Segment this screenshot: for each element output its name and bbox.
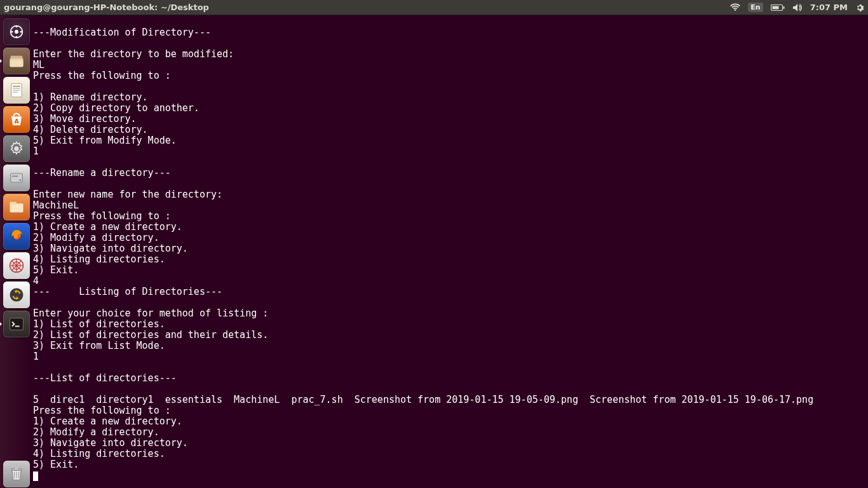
office-icon[interactable] xyxy=(2,76,31,104)
svg-point-4 xyxy=(15,30,18,34)
svg-rect-19 xyxy=(11,173,23,182)
unity-launcher: A xyxy=(0,15,33,488)
trash-icon[interactable] xyxy=(2,460,31,488)
svg-point-20 xyxy=(19,179,21,181)
clock[interactable]: 7:07 PM xyxy=(810,3,848,12)
session-gear-icon[interactable] xyxy=(855,3,864,12)
svg-point-8 xyxy=(15,36,17,38)
spider-icon[interactable] xyxy=(2,252,31,280)
svg-point-18 xyxy=(14,146,18,151)
svg-rect-29 xyxy=(15,326,20,327)
files-icon[interactable] xyxy=(2,47,31,75)
svg-rect-14 xyxy=(13,88,20,89)
svg-rect-21 xyxy=(12,176,18,177)
svg-rect-30 xyxy=(11,469,22,471)
keyboard-layout-indicator[interactable]: En xyxy=(748,3,763,12)
terminal-icon[interactable] xyxy=(2,310,31,338)
svg-text:A: A xyxy=(14,118,19,125)
volume-icon[interactable] xyxy=(792,3,803,12)
svg-rect-13 xyxy=(13,86,20,87)
svg-rect-16 xyxy=(13,92,18,92)
battery-icon[interactable] xyxy=(771,4,785,11)
svg-rect-9 xyxy=(11,56,23,58)
software-updater-icon[interactable] xyxy=(2,281,31,309)
top-menu-bar: gourang@gourang-HP-Notebook: ~/Desktop E… xyxy=(0,0,868,15)
svg-rect-23 xyxy=(10,202,17,205)
software-center-icon[interactable]: A xyxy=(2,105,31,133)
dash-icon[interactable] xyxy=(2,18,31,46)
wifi-icon[interactable] xyxy=(730,3,740,12)
svg-rect-28 xyxy=(10,318,24,330)
settings-icon[interactable] xyxy=(2,135,31,163)
svg-rect-2 xyxy=(772,6,778,9)
svg-rect-31 xyxy=(15,468,18,469)
terminal-cursor xyxy=(33,471,38,481)
svg-point-6 xyxy=(20,30,22,32)
svg-rect-15 xyxy=(13,90,20,90)
terminal-output[interactable]: ---Modification of Directory--- Enter th… xyxy=(33,15,868,488)
system-indicators: En 7:07 PM xyxy=(730,3,864,12)
file-manager-icon[interactable] xyxy=(2,193,31,221)
svg-rect-1 xyxy=(783,6,784,9)
svg-point-5 xyxy=(15,25,17,27)
svg-rect-11 xyxy=(10,60,24,67)
disks-icon[interactable] xyxy=(2,164,31,192)
svg-point-7 xyxy=(11,30,13,32)
window-title: gourang@gourang-HP-Notebook: ~/Desktop xyxy=(4,3,730,12)
firefox-icon[interactable] xyxy=(2,222,31,250)
